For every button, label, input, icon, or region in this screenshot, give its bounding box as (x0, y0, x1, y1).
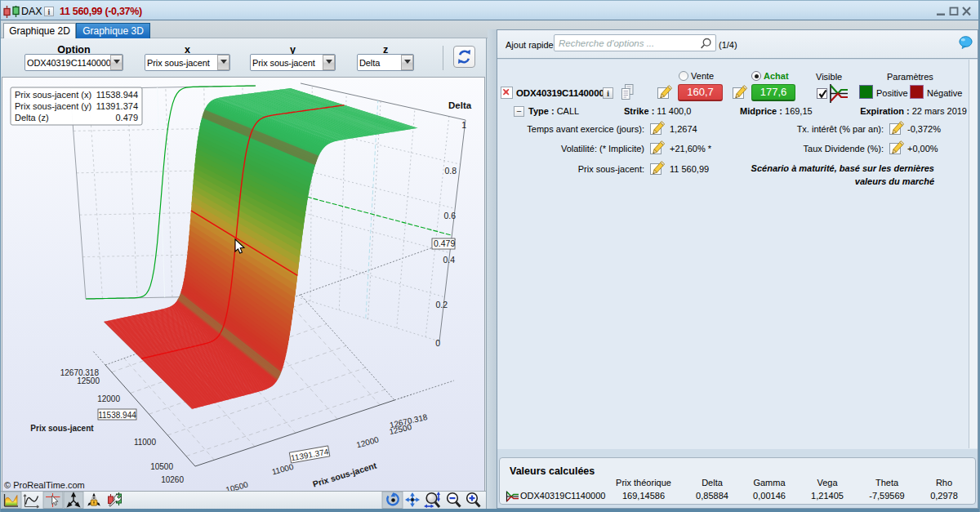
svg-text:Prix sous-jacent (y): Prix sous-jacent (y) (15, 101, 91, 111)
svg-text:Prix sous-jacent (x): Prix sous-jacent (x) (15, 90, 91, 100)
svg-text:12500: 12500 (77, 376, 100, 385)
svg-text:11000: 11000 (134, 438, 157, 447)
svg-text:Prix sous-jacent: Prix sous-jacent (30, 424, 94, 433)
svg-text:0.6: 0.6 (443, 211, 456, 220)
svg-text:11538.944: 11538.944 (98, 411, 136, 420)
svg-text:0: 0 (435, 338, 440, 348)
svg-text:0.8: 0.8 (444, 166, 457, 176)
svg-text:12000: 12000 (97, 394, 120, 403)
svg-text:Delta (z): Delta (z) (15, 113, 49, 122)
svg-text:11538.944: 11538.944 (96, 90, 138, 100)
svg-text:10260: 10260 (161, 475, 184, 484)
svg-text:0.479: 0.479 (115, 113, 138, 122)
svg-text:10500: 10500 (150, 462, 173, 471)
svg-text:1: 1 (461, 120, 466, 130)
svg-text:11391.374: 11391.374 (96, 101, 138, 111)
svg-text:0.4: 0.4 (443, 255, 455, 265)
svg-text:Delta: Delta (448, 100, 472, 110)
svg-text:© ProRealTime.com: © ProRealTime.com (4, 480, 85, 490)
svg-text:0.2: 0.2 (435, 300, 448, 309)
svg-text:0.479: 0.479 (434, 238, 455, 248)
